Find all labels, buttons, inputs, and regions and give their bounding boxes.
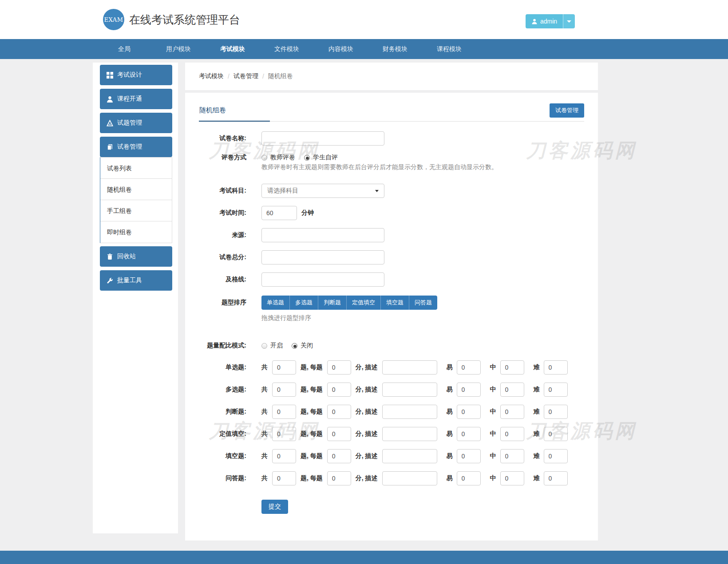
breadcrumb-item-exam-module[interactable]: 考试模块 xyxy=(199,72,224,80)
radio-option-teacher-grading[interactable]: 教师评卷 xyxy=(261,154,295,162)
user-icon xyxy=(531,18,538,24)
score-input[interactable] xyxy=(327,383,351,397)
paper-name-input[interactable] xyxy=(261,131,384,146)
count-input[interactable] xyxy=(272,449,296,463)
sort-button-essay[interactable]: 问答题 xyxy=(409,296,437,310)
sort-button-single-choice[interactable]: 单选题 xyxy=(261,296,290,310)
desc-input[interactable] xyxy=(382,405,437,419)
radio-option-ratio-off[interactable]: 关闭 xyxy=(292,342,313,350)
sort-button-fixed-blank[interactable]: 定值填空 xyxy=(347,296,381,310)
sidebar-item-batch-tools[interactable]: 批量工具 xyxy=(100,270,172,291)
nav-item-finance-module[interactable]: 财务模块 xyxy=(368,39,422,59)
nav-item-course-module[interactable]: 课程模块 xyxy=(422,39,476,59)
hard-input[interactable] xyxy=(544,405,568,419)
medium-input[interactable] xyxy=(500,360,524,375)
row-label: 填空题: xyxy=(199,452,246,460)
grading-help-text: 教师评卷时有主观题则需要教师在后台评分后才能显示分数，无主观题自动显示分数。 xyxy=(261,163,498,171)
word-desc: 分, 描述 xyxy=(356,363,378,371)
medium-input[interactable] xyxy=(500,449,524,463)
hard-input[interactable] xyxy=(544,449,568,463)
user-menu[interactable]: admin xyxy=(526,14,575,28)
page-title: 在线考试系统管理平台 xyxy=(129,12,240,27)
radio-option-student-self-grading[interactable]: 学生自评 xyxy=(304,154,338,162)
hard-input[interactable] xyxy=(544,471,568,485)
subject-label: 考试科目: xyxy=(199,187,246,195)
easy-input[interactable] xyxy=(457,360,481,375)
app-header: EXAM 在线考试系统管理平台 admin xyxy=(0,0,728,39)
source-input[interactable] xyxy=(261,228,384,242)
pass-line-input[interactable] xyxy=(261,272,384,287)
total-score-input[interactable] xyxy=(261,250,384,264)
exam-time-input[interactable] xyxy=(261,206,297,220)
nav-item-user-module[interactable]: 用户模块 xyxy=(151,39,206,59)
radio-label: 关闭 xyxy=(301,342,313,350)
count-input[interactable] xyxy=(272,427,296,441)
easy-input[interactable] xyxy=(457,427,481,441)
nav-item-exam-module[interactable]: 考试模块 xyxy=(206,39,260,59)
hard-input[interactable] xyxy=(544,360,568,375)
easy-input[interactable] xyxy=(457,449,481,463)
score-input[interactable] xyxy=(327,360,351,375)
hard-input[interactable] xyxy=(544,383,568,397)
submenu-item-paper-list[interactable]: 试卷列表 xyxy=(100,158,172,179)
score-input[interactable] xyxy=(327,427,351,441)
nav-item-content-module[interactable]: 内容模块 xyxy=(314,39,368,59)
desc-input[interactable] xyxy=(382,471,437,485)
user-button[interactable]: admin xyxy=(526,14,563,28)
user-dropdown-toggle[interactable] xyxy=(563,14,575,28)
sidebar-item-label: 试题管理 xyxy=(117,119,142,127)
submenu-item-instant-paper[interactable]: 即时组卷 xyxy=(100,221,172,243)
submenu-item-manual-paper[interactable]: 手工组卷 xyxy=(100,200,172,221)
hard-input[interactable] xyxy=(544,427,568,441)
word-easy: 易 xyxy=(447,408,453,416)
sidebar-item-paper-manage[interactable]: 试卷管理 xyxy=(100,137,172,157)
letter-a-icon xyxy=(107,120,113,126)
medium-input[interactable] xyxy=(500,405,524,419)
easy-input[interactable] xyxy=(457,405,481,419)
paper-manage-submenu: 试卷列表 随机组卷 手工组卷 即时组卷 xyxy=(100,157,172,243)
breadcrumb-separator: / xyxy=(228,73,229,80)
desc-input[interactable] xyxy=(382,427,437,441)
word-hard: 难 xyxy=(534,430,540,438)
count-input[interactable] xyxy=(272,360,296,375)
count-input[interactable] xyxy=(272,471,296,485)
desc-input[interactable] xyxy=(382,449,437,463)
papers-icon xyxy=(107,144,113,150)
submit-button[interactable]: 提交 xyxy=(261,500,288,514)
radio-icon xyxy=(261,155,267,161)
tab-random-paper[interactable]: 随机组卷 xyxy=(199,103,270,122)
sidebar-item-label: 课程开通 xyxy=(117,95,142,103)
easy-input[interactable] xyxy=(457,471,481,485)
sidebar-item-question-manage[interactable]: 试题管理 xyxy=(100,113,172,133)
sidebar-item-exam-design[interactable]: 考试设计 xyxy=(100,65,172,85)
grid-icon xyxy=(107,72,113,79)
nav-item-file-module[interactable]: 文件模块 xyxy=(260,39,314,59)
medium-input[interactable] xyxy=(500,383,524,397)
panel-header: 随机组卷 试卷管理 xyxy=(199,103,584,122)
desc-input[interactable] xyxy=(382,383,437,397)
nav-item-global[interactable]: 全局 xyxy=(97,39,151,59)
sidebar-item-course-open[interactable]: 课程开通 xyxy=(100,89,172,109)
radio-option-ratio-on[interactable]: 开启 xyxy=(261,342,283,350)
wrench-icon xyxy=(107,277,113,284)
submenu-item-random-paper[interactable]: 随机组卷 xyxy=(100,179,172,200)
word-desc: 分, 描述 xyxy=(356,452,378,460)
count-input[interactable] xyxy=(272,405,296,419)
sort-button-fill-blank[interactable]: 填空题 xyxy=(381,296,409,310)
score-input[interactable] xyxy=(327,405,351,419)
word-hard: 难 xyxy=(534,363,540,371)
easy-input[interactable] xyxy=(457,383,481,397)
subject-select[interactable]: 请选择科目 xyxy=(261,184,384,198)
breadcrumb-item-paper-manage[interactable]: 试卷管理 xyxy=(233,72,258,80)
desc-input[interactable] xyxy=(382,360,437,375)
medium-input[interactable] xyxy=(500,471,524,485)
count-input[interactable] xyxy=(272,383,296,397)
medium-input[interactable] xyxy=(500,427,524,441)
breadcrumb-item-current: 随机组卷 xyxy=(268,72,293,80)
score-input[interactable] xyxy=(327,471,351,485)
sort-button-true-false[interactable]: 判断题 xyxy=(318,296,347,310)
sidebar-item-recycle-bin[interactable]: 回收站 xyxy=(100,246,172,267)
paper-manage-button[interactable]: 试卷管理 xyxy=(550,103,584,118)
score-input[interactable] xyxy=(327,449,351,463)
sort-button-multi-choice[interactable]: 多选题 xyxy=(290,296,318,310)
